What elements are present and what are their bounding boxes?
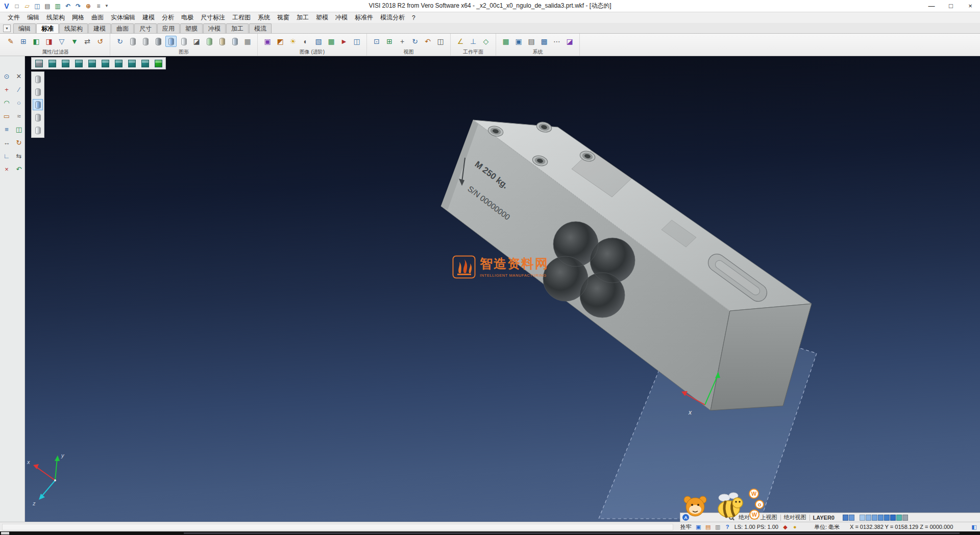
ribbon-icon[interactable] [204,36,215,47]
minimize-button[interactable]: — [922,0,941,12]
sidebar-tool-icon[interactable]: ◠ [1,97,12,108]
render-mode-icon[interactable] [33,112,43,123]
maximize-button[interactable]: □ [941,0,961,12]
ribbon-icon[interactable] [178,36,189,47]
menu-item[interactable]: 塑模 [312,12,332,23]
ribbon-icon[interactable] [216,36,228,47]
view-cube-icon[interactable] [127,59,136,68]
menu-item[interactable]: 建模 [139,12,158,23]
ribbon-icon[interactable]: ► [338,36,350,47]
ribbon-icon[interactable]: ↶ [422,36,433,47]
ribbon-icon[interactable] [140,36,151,47]
ribbon-icon[interactable]: ▦ [242,36,253,47]
view-cube-icon[interactable] [34,59,43,68]
menu-item[interactable]: 曲面 [88,12,107,23]
menu-item[interactable]: 分析 [158,12,178,23]
view-cube-icon[interactable] [61,59,70,68]
qat-icon[interactable]: ↷ [74,2,83,11]
menu-item[interactable]: 工程图 [229,12,254,23]
lock-label[interactable]: 拴牢 [680,523,692,531]
view-cube-icon[interactable] [74,59,83,68]
sidebar-tool-icon[interactable]: ≡ [1,124,12,135]
ribbon-tab[interactable]: 应用 [157,23,180,33]
view-cube-icon[interactable] [114,59,123,68]
menu-item[interactable]: 系统 [254,12,274,23]
ribbon-icon[interactable]: ◧ [31,36,42,47]
qat-icon[interactable]: ▥ [53,2,62,11]
status-icon[interactable]: ● [791,523,799,531]
ribbon-icon[interactable] [229,36,240,47]
sidebar-tool-icon[interactable]: ↻ [13,137,24,148]
ribbon-icon[interactable]: ◩ [275,36,286,47]
ribbon-tab[interactable]: 冲模 [203,23,226,33]
ribbon-icon[interactable]: ↻ [114,36,126,47]
sidebar-tool-icon[interactable]: ✕ [13,70,24,82]
ribbon-icon[interactable]: ⊥ [468,36,479,47]
color-segment[interactable] [860,515,865,521]
close-button[interactable]: × [961,0,980,12]
ribbon-icon[interactable]: ∠ [455,36,466,47]
qat-icon[interactable]: ⊕ [84,2,93,11]
sidebar-tool-icon[interactable]: ↶ [13,163,24,175]
color-segment[interactable] [849,515,854,521]
ribbon-icon[interactable]: ⋯ [551,36,562,47]
ribbon-icon[interactable]: ▤ [526,36,537,47]
ribbon-icon[interactable]: ◫ [351,36,362,47]
ribbon-icon[interactable]: ◪ [564,36,575,47]
menu-item[interactable]: 实体编辑 [107,12,139,23]
sidebar-tool-icon[interactable]: ◫ [13,124,24,135]
menu-item[interactable]: 标准件 [351,12,377,23]
ribbon-icon[interactable]: ⇄ [82,36,93,47]
view-cube-icon[interactable] [47,59,57,68]
viewport-3d[interactable]: M 250 kg. S/N 00000000 x y x [25,56,980,522]
view-mode-label[interactable]: 绝对视图 [781,514,810,521]
ribbon-icon[interactable]: ◨ [43,36,55,47]
sidebar-tool-icon[interactable]: ▭ [1,110,12,121]
ribbon-tab[interactable]: 尺寸 [134,23,157,33]
ribbon-icon[interactable]: ⊞ [384,36,395,47]
ribbon-tab[interactable]: 模流 [249,23,272,33]
ribbon-icon[interactable]: ▣ [262,36,273,47]
view-cube-icon[interactable] [140,59,150,68]
color-segment[interactable] [890,515,896,521]
sidebar-tool-icon[interactable]: ≈ [13,110,24,121]
color-segment[interactable] [902,515,908,521]
menu-item[interactable]: 加工 [293,12,312,23]
status-right-icon[interactable]: ◧ [970,523,978,531]
qat-icon[interactable]: ≡ [94,2,103,11]
color-segment[interactable] [896,515,902,521]
ribbon-tab[interactable]: 塑膜 [180,23,203,33]
qat-icon[interactable]: ◫ [33,2,42,11]
menu-item[interactable]: 电极 [178,12,197,23]
render-mode-icon[interactable] [33,125,43,136]
menu-item[interactable]: 模流分析 [377,12,408,23]
status-icon[interactable]: ▣ [695,523,702,531]
ribbon-icon[interactable]: ▣ [513,36,524,47]
ribbon-icon[interactable]: ⊞ [18,36,29,47]
qat-dropdown-icon[interactable]: ▼ [105,4,109,8]
menu-item[interactable]: 网格 [68,12,88,23]
status-icon[interactable]: ? [724,523,731,531]
ribbon-icon[interactable] [153,36,164,47]
status-icon[interactable]: ▥ [714,523,722,531]
ribbon-icon[interactable]: ✎ [5,36,16,47]
view-cube-icon[interactable] [87,59,96,68]
ribbon-tab[interactable]: 线架构 [59,23,88,33]
qat-icon[interactable]: ↶ [63,2,72,11]
layer-label[interactable]: LAYER0 [810,515,838,521]
view-cube-icon[interactable] [101,59,110,68]
render-mode-icon[interactable] [33,86,43,98]
ribbon-tab[interactable]: 建模 [88,23,111,33]
menu-item[interactable]: 冲模 [332,12,351,23]
color-segment[interactable] [843,515,848,521]
ribbon-icon[interactable]: ▽ [56,36,67,47]
qat-icon[interactable]: ▤ [43,2,52,11]
ribbon-icon[interactable]: ▩ [538,36,550,47]
ribbon-icon[interactable]: ▦ [326,36,337,47]
ribbon-tab[interactable]: 曲面 [111,23,134,33]
ribbon-tab[interactable]: 标准 [36,23,59,33]
sidebar-tool-icon[interactable]: ↔ [1,137,12,148]
qat-icon[interactable]: V [2,2,11,11]
ribbon-icon[interactable]: ◫ [435,36,446,47]
ribbon-icon[interactable]: ☀ [287,36,299,47]
